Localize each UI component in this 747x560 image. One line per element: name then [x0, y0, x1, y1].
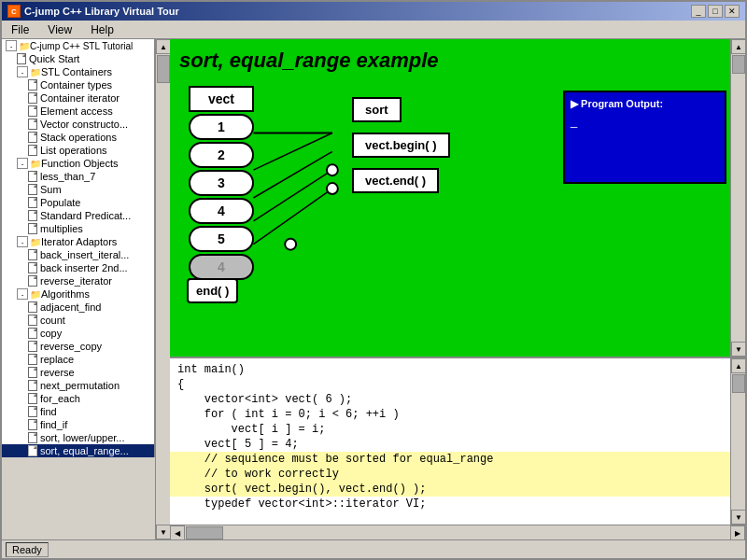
program-output-cursor: _: [571, 114, 719, 128]
sidebar-item-stl-containers[interactable]: - 📁 STL Containers: [2, 65, 154, 78]
sidebar-item-standard-predicat[interactable]: Standard Predicat...: [2, 209, 154, 222]
code-hscroll-thumb[interactable]: [186, 526, 223, 539]
program-output-panel: Program Output: _: [563, 91, 726, 184]
sort-box[interactable]: sort: [352, 97, 402, 122]
svg-point-6: [327, 183, 338, 194]
code-scroll-down[interactable]: ▼: [731, 510, 745, 525]
sidebar-label-for-each: for_each: [40, 393, 80, 404]
sidebar-scroll-down[interactable]: ▼: [156, 525, 171, 539]
sidebar-item-stack-operations[interactable]: Stack operations: [2, 131, 154, 144]
menu-help[interactable]: Help: [85, 21, 120, 38]
code-line-7: // to work correctly: [170, 467, 730, 482]
demo-scrollbar: ▲ ▼: [730, 39, 745, 357]
sidebar-item-container-types[interactable]: Container types: [2, 78, 154, 91]
sidebar-label-replace: replace: [40, 354, 74, 365]
title-controls: _ □ ✕: [691, 5, 740, 18]
demo-scroll-down[interactable]: ▼: [731, 342, 745, 357]
sidebar-wrapper: - 📁 C-jump C++ STL Tutorial Quick Start …: [2, 39, 170, 539]
sidebar-item-quick-start[interactable]: Quick Start: [2, 52, 154, 65]
sidebar-item-count[interactable]: count: [2, 314, 154, 327]
page-icon-multiplies: [28, 223, 37, 234]
vect-end-box-func[interactable]: vect.end( ): [352, 168, 439, 193]
sidebar-item-iterator-adaptors[interactable]: - 📁 Iterator Adaptors: [2, 235, 154, 248]
stl-containers-expand[interactable]: -: [17, 66, 28, 77]
sidebar-item-sort-equal-range[interactable]: sort, equal_range...: [2, 444, 154, 457]
sidebar-item-next-permutation[interactable]: next_permutation: [2, 379, 154, 392]
sidebar-item-adjacent-find[interactable]: adjacent_find: [2, 301, 154, 314]
function-objects-expand[interactable]: -: [17, 158, 28, 169]
sidebar-label-reverse-copy: reverse_copy: [40, 341, 102, 352]
sidebar-item-for-each[interactable]: for_each: [2, 392, 154, 405]
vect-begin-box[interactable]: vect.begin( ): [352, 133, 450, 158]
sidebar-label-reverse-iterator: reverse_iterator: [40, 275, 112, 287]
sidebar-item-reverse-iterator[interactable]: reverse_iterator: [2, 274, 154, 287]
sidebar-label-element-access: Element access: [40, 105, 113, 117]
demo-scroll-thumb[interactable]: [732, 55, 745, 74]
iterator-adaptors-expand[interactable]: -: [17, 236, 28, 247]
code-scroll-thumb[interactable]: [732, 374, 745, 393]
menu-view[interactable]: View: [42, 21, 78, 38]
sidebar-item-function-objects[interactable]: - 📁 Function Objects: [2, 157, 154, 170]
sidebar-item-reverse-copy[interactable]: reverse_copy: [2, 340, 154, 353]
page-icon-find: [28, 406, 37, 417]
sidebar-scrollbar: ▲ ▼: [155, 39, 170, 539]
root-folder-icon: 📁: [19, 41, 30, 51]
sidebar-tree: - 📁 C-jump C++ STL Tutorial Quick Start …: [2, 39, 155, 457]
svg-point-5: [327, 164, 338, 175]
sidebar-scroll-thumb[interactable]: [157, 55, 170, 83]
code-scroll[interactable]: int main() { vector<int> vect( 6 ); for …: [170, 358, 730, 525]
sidebar-item-back-insert-iteral[interactable]: back_insert_iteral...: [2, 248, 154, 261]
sidebar-item-reverse[interactable]: reverse: [2, 366, 154, 379]
diagram-lines: [170, 39, 745, 357]
sidebar-item-populate[interactable]: Populate: [2, 196, 154, 209]
menu-file[interactable]: File: [6, 21, 35, 38]
code-vscrollbar: ▲ ▼: [730, 358, 745, 525]
demo-scroll-track: [731, 54, 745, 342]
tree-root[interactable]: - 📁 C-jump C++ STL Tutorial: [2, 39, 154, 52]
code-scroll-left[interactable]: ◀: [170, 525, 185, 539]
page-icon-reverse-copy: [28, 341, 37, 352]
sidebar-item-element-access[interactable]: Element access: [2, 105, 154, 118]
sidebar-item-find-if[interactable]: find_if: [2, 418, 154, 431]
sidebar-label-quick-start: Quick Start: [29, 53, 79, 64]
sidebar-item-copy[interactable]: copy: [2, 327, 154, 340]
vect-end-box: end( ): [187, 278, 238, 303]
vect-item-0: 1: [189, 114, 254, 140]
code-line-1: {: [170, 377, 730, 392]
iterator-adaptors-folder-icon: 📁: [30, 237, 41, 247]
vect-item-1: 2: [189, 142, 254, 168]
code-line-0: int main(): [170, 362, 730, 377]
sidebar-item-sort-lower-upper[interactable]: sort, lower/upper...: [2, 431, 154, 444]
page-icon-list-operations: [28, 145, 37, 156]
sidebar-item-multiplies[interactable]: multiplies: [2, 222, 154, 235]
root-expand[interactable]: -: [6, 40, 17, 51]
demo-area: sort, equal_range example vect: [170, 39, 745, 357]
sidebar-item-replace[interactable]: replace: [2, 353, 154, 366]
page-icon-reverse: [28, 367, 37, 378]
svg-point-7: [285, 239, 296, 250]
vect-item-5: 4: [189, 254, 254, 280]
page-icon-back-inserter-2nd: [28, 262, 37, 273]
sidebar-label-standard-predicat: Standard Predicat...: [40, 210, 131, 221]
sidebar-item-less-than-7[interactable]: less_than_7: [2, 170, 154, 183]
maximize-button[interactable]: □: [708, 5, 723, 18]
sidebar-item-sum[interactable]: Sum: [2, 183, 154, 196]
sidebar-item-container-iterator[interactable]: Container iterator: [2, 91, 154, 105]
minimize-button[interactable]: _: [691, 5, 706, 18]
demo-scroll-up[interactable]: ▲: [731, 39, 745, 54]
sidebar-label-reverse: reverse: [40, 367, 75, 378]
code-scroll-up[interactable]: ▲: [731, 358, 745, 373]
close-button[interactable]: ✕: [725, 5, 740, 18]
sidebar-label-sort-lower-upper: sort, lower/upper...: [40, 432, 125, 443]
sidebar-item-algorithms[interactable]: - 📁 Algorithms: [2, 287, 154, 301]
sidebar-item-find[interactable]: find: [2, 405, 154, 418]
vect-items-container: 1 2 3 4 5 4: [189, 114, 254, 280]
sidebar-item-vector-constructo[interactable]: Vector constructo...: [2, 118, 154, 131]
page-icon-stack-operations: [28, 132, 37, 143]
sidebar-scroll-up[interactable]: ▲: [156, 39, 171, 54]
algorithms-expand[interactable]: -: [17, 288, 28, 300]
sidebar-item-back-inserter-2nd[interactable]: back inserter 2nd...: [2, 261, 154, 274]
sidebar-item-list-operations[interactable]: List operations: [2, 144, 154, 157]
code-hscroll-track: [185, 525, 730, 539]
code-scroll-right[interactable]: ▶: [730, 525, 745, 539]
